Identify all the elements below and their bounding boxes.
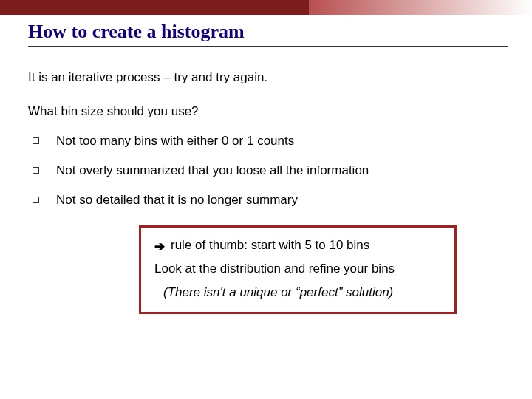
intro-text: It is an iterative process – try and try… (28, 70, 532, 85)
arrow-right-icon: ➔ (154, 239, 165, 254)
rule-of-thumb-line: ➔ rule of thumb: start with 5 to 10 bins (154, 238, 441, 253)
list-item: Not overly summarized that you loose all… (33, 163, 532, 178)
question-text: What bin size should you use? (28, 104, 532, 119)
square-bullet-icon (33, 197, 39, 203)
refine-line: Look at the distribution and refine your… (154, 262, 441, 276)
list-item: Not so detailed that it is no longer sum… (33, 193, 532, 208)
title-underline (28, 46, 508, 47)
note-line: (There isn't a unique or “perfect” solut… (163, 285, 441, 300)
bullet-list: Not too many bins with either 0 or 1 cou… (33, 134, 532, 208)
rule-text: rule of thumb: start with 5 to 10 bins (171, 238, 369, 252)
square-bullet-icon (33, 137, 39, 144)
square-bullet-icon (33, 167, 39, 174)
list-item-label: Not too many bins with either 0 or 1 cou… (56, 134, 294, 148)
header-bar (0, 0, 532, 15)
list-item-label: Not so detailed that it is no longer sum… (56, 193, 298, 207)
callout-box: ➔ rule of thumb: start with 5 to 10 bins… (139, 225, 457, 314)
list-item-label: Not overly summarized that you loose all… (56, 163, 369, 177)
header-bar-gradient (309, 0, 532, 15)
slide-title: How to create a histogram (28, 21, 532, 43)
slide-body: It is an iterative process – try and try… (28, 70, 532, 314)
header-bar-dark (0, 0, 309, 15)
list-item: Not too many bins with either 0 or 1 cou… (33, 134, 532, 149)
